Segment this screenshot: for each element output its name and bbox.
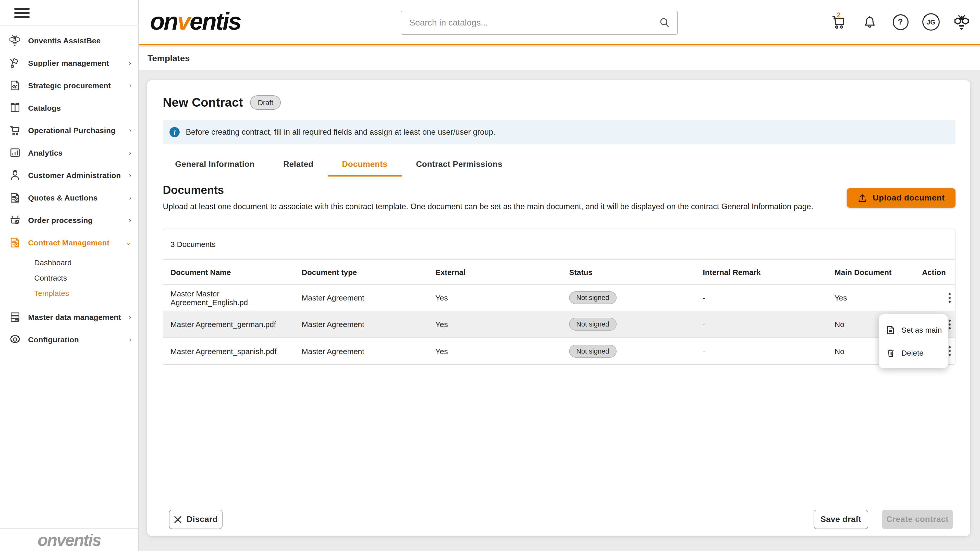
context-menu-label: Delete — [901, 348, 924, 357]
discard-button[interactable]: Discard — [169, 510, 223, 529]
create-contract-button[interactable]: Create contract — [882, 510, 953, 529]
column-header-action: Action — [920, 260, 955, 284]
document-paragraph-icon — [9, 236, 21, 248]
internal-remark: - — [703, 293, 835, 302]
table-header-row: Document Name Document type External Sta… — [163, 260, 955, 285]
sidebar-item-customer-administration[interactable]: Customer Administration › — [0, 164, 138, 186]
tab-general-information[interactable]: General Information — [161, 156, 269, 176]
top-header: onventis 2 — [139, 0, 980, 45]
onventis-footer-logo: onventis — [38, 530, 100, 550]
column-header-document-name: Document Name — [163, 260, 302, 284]
row-actions-kebab-icon[interactable] — [920, 292, 955, 303]
sidebar-item-contract-management[interactable]: Contract Management ⌄ — [0, 231, 138, 254]
column-header-internal-remark: Internal Remark — [703, 260, 835, 284]
question-mark-icon: ? — [892, 14, 908, 30]
breadcrumb[interactable]: Templates — [148, 53, 190, 64]
sidebar-item-master-data-management[interactable]: Master data management › — [0, 306, 138, 328]
logo-part: v — [177, 8, 189, 35]
context-menu-delete[interactable]: Delete — [879, 341, 948, 364]
sidebar-item-label: Quotes & Auctions — [28, 193, 97, 202]
sidebar-item-label: Master data management — [28, 313, 121, 321]
document-handshake-icon — [9, 79, 21, 91]
status-badge: Not signed — [569, 291, 616, 304]
sidebar-item-catalogs[interactable]: Catalogs — [0, 97, 138, 119]
sidebar-subitem-dashboard[interactable]: Dashboard — [0, 254, 138, 270]
main-area: New Contract Draft i Before creating con… — [139, 70, 980, 551]
sidebar-item-configuration[interactable]: Configuration › — [0, 328, 138, 351]
column-header-status: Status — [569, 260, 703, 284]
onventis-logo: onventis — [150, 7, 241, 35]
sidebar-footer: onventis — [0, 528, 138, 551]
external-value: Yes — [435, 320, 569, 329]
tab-contract-permissions[interactable]: Contract Permissions — [402, 156, 517, 176]
assistbee-button[interactable] — [953, 13, 971, 31]
column-header-document-type: Document type — [302, 260, 435, 284]
sidebar-subitem-templates[interactable]: Templates — [0, 285, 138, 300]
cart-badge: 2 — [837, 11, 841, 19]
context-menu-set-as-main[interactable]: Set as main — [879, 318, 948, 341]
hamburger-menu-icon[interactable] — [14, 5, 30, 20]
documents-table: 3 Documents Document Name Document type … — [163, 229, 956, 365]
shopping-cart-icon — [9, 124, 21, 136]
sidebar-item-label: Operational Purchasing — [28, 126, 116, 135]
chevron-right-icon: › — [129, 216, 131, 224]
person-icon — [9, 169, 21, 181]
search-input[interactable] — [401, 11, 678, 35]
hand-truck-icon — [9, 57, 21, 69]
sidebar-item-strategic-procurement[interactable]: Strategic procurement › — [0, 74, 138, 97]
tab-documents[interactable]: Documents — [328, 156, 402, 176]
sidebar-subitem-contracts[interactable]: Contracts — [0, 270, 138, 285]
chevron-down-icon: ⌄ — [126, 238, 131, 246]
document-name: Master Agreement_spanish.pdf — [163, 347, 302, 355]
logo-part: entis — [189, 8, 240, 35]
open-book-icon — [9, 102, 21, 114]
internal-remark: - — [703, 320, 835, 329]
documents-section-heading: Documents — [163, 184, 956, 197]
discard-label: Discard — [186, 515, 218, 524]
tab-related[interactable]: Related — [269, 156, 328, 176]
tab-bar: General Information Related Documents Co… — [161, 156, 956, 176]
status-badge: Not signed — [569, 318, 616, 330]
chevron-right-icon: › — [129, 149, 131, 156]
gear-icon — [9, 333, 21, 345]
user-avatar[interactable]: JG — [922, 13, 940, 31]
external-value: Yes — [435, 293, 569, 302]
column-header-external: External — [435, 260, 569, 284]
breadcrumb-bar: Templates — [139, 47, 980, 70]
sidebar-item-label: Contract Management — [28, 238, 110, 247]
new-contract-card: New Contract Draft i Before creating con… — [147, 80, 970, 536]
upload-document-button[interactable]: Upload document — [847, 188, 956, 208]
sidebar-item-operational-purchasing[interactable]: Operational Purchasing › — [0, 119, 138, 141]
sidebar-top — [0, 0, 138, 26]
help-button[interactable]: ? — [891, 13, 910, 31]
page-title: New Contract — [163, 95, 243, 110]
sidebar-item-onventis-assistbee[interactable]: Onventis AssistBee — [0, 29, 138, 52]
external-value: Yes — [435, 347, 569, 355]
sidebar-item-order-processing[interactable]: Order processing › — [0, 209, 138, 231]
document-percent-icon — [9, 191, 21, 203]
notifications-button[interactable] — [861, 13, 879, 31]
catalog-search — [401, 11, 678, 35]
header-icons: 2 ? JG — [830, 0, 971, 44]
cart-button[interactable]: 2 — [830, 13, 848, 31]
table-row: Master Agreement_german.pdf Master Agree… — [163, 311, 955, 338]
chevron-right-icon: › — [129, 313, 131, 321]
sidebar-item-label: Supplier management — [28, 59, 109, 67]
sidebar-item-label: Onventis AssistBee — [28, 36, 100, 44]
table-row: Master Agreement_spanish.pdf Master Agre… — [163, 338, 955, 364]
upload-icon — [858, 193, 867, 203]
sidebar-item-analytics[interactable]: Analytics › — [0, 141, 138, 164]
server-check-icon — [9, 311, 21, 323]
chevron-right-icon: › — [129, 194, 131, 201]
sidebar-item-label: Configuration — [28, 335, 79, 344]
document-type: Master Agreement — [302, 320, 435, 329]
sidebar-item-supplier-management[interactable]: Supplier management › — [0, 52, 138, 74]
chevron-right-icon: › — [129, 126, 131, 134]
save-draft-button[interactable]: Save draft — [814, 510, 868, 529]
info-banner: i Before creating contract, fill in all … — [163, 120, 956, 144]
search-icon[interactable] — [659, 16, 671, 30]
bar-chart-icon — [9, 146, 21, 159]
sidebar-item-quotes-auctions[interactable]: Quotes & Auctions › — [0, 186, 138, 209]
status-cell: Not signed — [569, 318, 703, 330]
status-badge: Not signed — [569, 345, 616, 357]
